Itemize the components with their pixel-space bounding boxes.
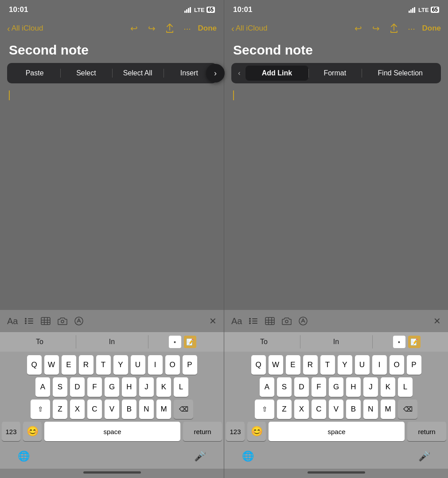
right-key-z[interactable]: Z	[277, 400, 292, 419]
left-context-next-button[interactable]: ›	[206, 64, 225, 82]
left-paste-btn[interactable]: Paste	[9, 66, 60, 81]
right-suggestion-in[interactable]: In	[300, 332, 372, 352]
right-key-t[interactable]: T	[320, 355, 335, 375]
right-table-icon[interactable]	[265, 317, 275, 325]
left-key-y[interactable]: Y	[113, 355, 128, 375]
right-back-button[interactable]: ‹ All iCloud	[231, 24, 267, 34]
left-key-l[interactable]: L	[174, 377, 188, 397]
right-camera-icon[interactable]	[282, 317, 292, 325]
right-note-content[interactable]	[224, 87, 448, 310]
left-note-content[interactable]	[0, 87, 224, 310]
right-context-prev-button[interactable]: ‹	[233, 69, 245, 77]
right-key-j[interactable]: J	[363, 377, 378, 397]
right-share-icon[interactable]	[387, 21, 401, 35]
right-more-icon[interactable]: ···	[405, 21, 419, 35]
left-mic-icon[interactable]: 🎤	[194, 451, 206, 462]
right-key-emoji[interactable]: 😊	[247, 422, 266, 441]
left-key-h[interactable]: H	[122, 377, 136, 397]
right-font-icon[interactable]: Aa	[231, 316, 242, 326]
left-key-k[interactable]: K	[156, 377, 171, 397]
left-redo-icon[interactable]: ↪	[145, 21, 159, 35]
left-key-v[interactable]: V	[105, 400, 119, 419]
right-key-o[interactable]: O	[390, 355, 404, 375]
right-key-return[interactable]: return	[407, 422, 446, 441]
left-key-return[interactable]: return	[183, 422, 222, 441]
right-key-y[interactable]: Y	[338, 355, 352, 375]
right-key-f[interactable]: F	[312, 377, 326, 397]
left-key-numbers[interactable]: 123	[2, 422, 20, 441]
right-add-link-btn[interactable]: Add Link	[245, 66, 308, 81]
left-select-btn[interactable]: Select	[60, 66, 112, 81]
left-key-r[interactable]: R	[79, 355, 93, 375]
right-key-shift[interactable]: ⇧	[255, 400, 274, 419]
left-key-n[interactable]: N	[139, 400, 154, 419]
right-key-delete[interactable]: ⌫	[398, 400, 417, 419]
right-key-k[interactable]: K	[381, 377, 395, 397]
left-key-space[interactable]: space	[44, 422, 180, 441]
left-markup-icon[interactable]	[74, 317, 83, 325]
right-suggestion-empty[interactable]: ▪ 📝	[372, 332, 444, 352]
left-share-icon[interactable]	[163, 21, 177, 35]
right-keyboard-close-icon[interactable]: ✕	[433, 316, 441, 326]
right-list-icon[interactable]	[249, 317, 258, 325]
right-key-space[interactable]: space	[269, 422, 405, 441]
left-suggestion-to[interactable]: To	[4, 332, 76, 352]
left-font-icon[interactable]: Aa	[7, 316, 18, 326]
right-key-g[interactable]: G	[329, 377, 343, 397]
left-key-emoji[interactable]: 😊	[23, 422, 42, 441]
right-find-selection-btn[interactable]: Find Selection	[362, 66, 439, 81]
left-globe-icon[interactable]: 🌐	[18, 451, 30, 462]
right-key-l[interactable]: L	[398, 377, 413, 397]
right-markup-icon[interactable]	[299, 317, 308, 325]
right-key-i[interactable]: I	[372, 355, 387, 375]
right-suggestion-to[interactable]: To	[228, 332, 300, 352]
right-redo-icon[interactable]: ↪	[369, 21, 383, 35]
left-camera-icon[interactable]	[58, 317, 67, 325]
right-key-h[interactable]: H	[346, 377, 361, 397]
left-key-delete[interactable]: ⌫	[174, 400, 193, 419]
right-format-btn[interactable]: Format	[308, 66, 362, 81]
left-suggestion-in[interactable]: In	[76, 332, 148, 352]
right-key-a[interactable]: A	[260, 377, 274, 397]
right-key-q[interactable]: Q	[251, 355, 266, 375]
left-key-f[interactable]: F	[87, 377, 102, 397]
right-key-n[interactable]: N	[363, 400, 378, 419]
right-undo-icon[interactable]: ↩	[351, 21, 366, 35]
left-key-m[interactable]: M	[156, 400, 171, 419]
left-key-p[interactable]: P	[183, 355, 197, 375]
right-key-e[interactable]: E	[286, 355, 300, 375]
left-key-a[interactable]: A	[35, 377, 50, 397]
right-key-v[interactable]: V	[329, 400, 343, 419]
left-key-s[interactable]: S	[53, 377, 67, 397]
right-done-button[interactable]: Done	[422, 24, 441, 33]
right-mic-icon[interactable]: 🎤	[418, 451, 430, 462]
left-key-c[interactable]: C	[87, 400, 102, 419]
right-key-d[interactable]: D	[294, 377, 309, 397]
left-back-button[interactable]: ‹ All iCloud	[7, 24, 43, 34]
left-key-t[interactable]: T	[96, 355, 111, 375]
left-key-o[interactable]: O	[165, 355, 180, 375]
left-suggestion-empty[interactable]: ▪ 📝	[148, 332, 220, 352]
right-key-r[interactable]: R	[303, 355, 318, 375]
right-key-u[interactable]: U	[355, 355, 370, 375]
right-key-b[interactable]: B	[346, 400, 361, 419]
left-undo-icon[interactable]: ↩	[127, 21, 141, 35]
left-key-shift[interactable]: ⇧	[31, 400, 50, 419]
left-key-x[interactable]: X	[70, 400, 85, 419]
left-key-w[interactable]: W	[44, 355, 59, 375]
left-select-all-btn[interactable]: Select All	[112, 66, 164, 81]
right-key-w[interactable]: W	[269, 355, 283, 375]
right-key-m[interactable]: M	[381, 400, 395, 419]
left-key-g[interactable]: G	[105, 377, 119, 397]
right-key-c[interactable]: C	[312, 400, 326, 419]
left-key-i[interactable]: I	[148, 355, 163, 375]
left-key-e[interactable]: E	[62, 355, 76, 375]
left-key-q[interactable]: Q	[27, 355, 42, 375]
right-key-p[interactable]: P	[407, 355, 421, 375]
left-list-icon[interactable]	[25, 317, 34, 325]
left-key-j[interactable]: J	[139, 377, 154, 397]
right-globe-icon[interactable]: 🌐	[242, 451, 254, 462]
left-key-d[interactable]: D	[70, 377, 85, 397]
left-table-icon[interactable]	[41, 317, 51, 325]
right-key-numbers[interactable]: 123	[226, 422, 245, 441]
